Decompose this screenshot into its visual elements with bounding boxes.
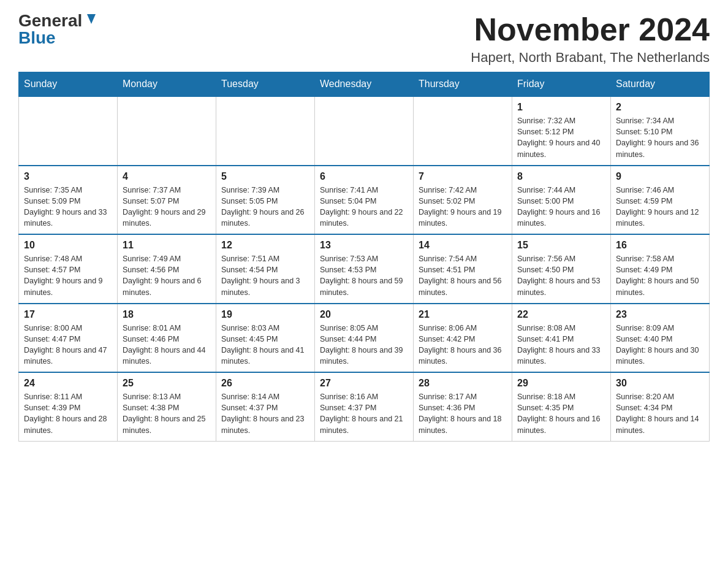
calendar-cell xyxy=(118,96,216,166)
day-number: 20 xyxy=(320,309,408,320)
calendar-cell: 3Sunrise: 7:35 AMSunset: 5:09 PMDaylight… xyxy=(19,166,118,235)
day-number: 5 xyxy=(221,171,309,182)
calendar-cell: 16Sunrise: 7:58 AMSunset: 4:49 PMDayligh… xyxy=(611,234,710,304)
calendar-cell: 19Sunrise: 8:03 AMSunset: 4:45 PMDayligh… xyxy=(216,304,315,373)
day-info: Sunrise: 8:03 AMSunset: 4:45 PMDaylight:… xyxy=(221,323,309,367)
day-info: Sunrise: 7:44 AMSunset: 5:00 PMDaylight:… xyxy=(517,185,605,229)
day-info: Sunrise: 8:06 AMSunset: 4:42 PMDaylight:… xyxy=(419,323,507,367)
calendar-cell: 1Sunrise: 7:32 AMSunset: 5:12 PMDaylight… xyxy=(512,96,611,166)
calendar-cell: 18Sunrise: 8:01 AMSunset: 4:46 PMDayligh… xyxy=(118,304,216,373)
day-info: Sunrise: 7:56 AMSunset: 4:50 PMDaylight:… xyxy=(517,253,605,298)
day-info: Sunrise: 8:08 AMSunset: 4:41 PMDaylight:… xyxy=(517,323,605,367)
day-number: 21 xyxy=(419,309,507,320)
day-number: 6 xyxy=(320,171,408,182)
calendar-week-row: 24Sunrise: 8:11 AMSunset: 4:39 PMDayligh… xyxy=(19,372,710,441)
calendar-cell: 14Sunrise: 7:54 AMSunset: 4:51 PMDayligh… xyxy=(414,234,512,304)
title-area: November 2024 Hapert, North Brabant, The… xyxy=(471,12,710,66)
day-number: 11 xyxy=(123,240,211,251)
calendar-cell xyxy=(19,96,118,166)
month-title: November 2024 xyxy=(471,12,710,47)
day-number: 22 xyxy=(517,309,605,320)
day-info: Sunrise: 7:53 AMSunset: 4:53 PMDaylight:… xyxy=(320,253,408,298)
day-info: Sunrise: 8:20 AMSunset: 4:34 PMDaylight:… xyxy=(616,391,704,436)
calendar-header-tuesday: Tuesday xyxy=(216,72,315,97)
day-info: Sunrise: 7:41 AMSunset: 5:04 PMDaylight:… xyxy=(320,185,408,229)
day-info: Sunrise: 7:37 AMSunset: 5:07 PMDaylight:… xyxy=(123,185,211,229)
day-info: Sunrise: 8:09 AMSunset: 4:40 PMDaylight:… xyxy=(616,323,704,367)
calendar-cell: 12Sunrise: 7:51 AMSunset: 4:54 PMDayligh… xyxy=(216,234,315,304)
calendar-cell xyxy=(315,96,414,166)
calendar-cell: 7Sunrise: 7:42 AMSunset: 5:02 PMDaylight… xyxy=(414,166,512,235)
day-info: Sunrise: 7:58 AMSunset: 4:49 PMDaylight:… xyxy=(616,253,704,298)
calendar-header-sunday: Sunday xyxy=(19,72,118,97)
calendar-cell: 25Sunrise: 8:13 AMSunset: 4:38 PMDayligh… xyxy=(118,372,216,441)
day-number: 19 xyxy=(221,309,309,320)
day-info: Sunrise: 8:14 AMSunset: 4:37 PMDaylight:… xyxy=(221,391,309,436)
day-info: Sunrise: 7:48 AMSunset: 4:57 PMDaylight:… xyxy=(24,253,112,298)
calendar-week-row: 17Sunrise: 8:00 AMSunset: 4:47 PMDayligh… xyxy=(19,304,710,373)
day-info: Sunrise: 8:00 AMSunset: 4:47 PMDaylight:… xyxy=(24,323,112,367)
calendar-header-friday: Friday xyxy=(512,72,611,97)
day-number: 14 xyxy=(419,240,507,251)
calendar-week-row: 3Sunrise: 7:35 AMSunset: 5:09 PMDaylight… xyxy=(19,166,710,235)
calendar-header-wednesday: Wednesday xyxy=(315,72,414,97)
calendar-cell: 21Sunrise: 8:06 AMSunset: 4:42 PMDayligh… xyxy=(414,304,512,373)
day-number: 18 xyxy=(123,309,211,320)
calendar-cell: 6Sunrise: 7:41 AMSunset: 5:04 PMDaylight… xyxy=(315,166,414,235)
calendar-cell: 4Sunrise: 7:37 AMSunset: 5:07 PMDaylight… xyxy=(118,166,216,235)
day-number: 28 xyxy=(419,378,507,389)
day-info: Sunrise: 7:54 AMSunset: 4:51 PMDaylight:… xyxy=(419,253,507,298)
calendar-table: SundayMondayTuesdayWednesdayThursdayFrid… xyxy=(18,72,710,442)
calendar-cell: 9Sunrise: 7:46 AMSunset: 4:59 PMDaylight… xyxy=(611,166,710,235)
page-header: General Blue November 2024 Hapert, North… xyxy=(18,12,710,66)
day-number: 10 xyxy=(24,240,112,251)
calendar-header-row: SundayMondayTuesdayWednesdayThursdayFrid… xyxy=(19,72,710,97)
day-info: Sunrise: 7:35 AMSunset: 5:09 PMDaylight:… xyxy=(24,185,112,229)
location-title: Hapert, North Brabant, The Netherlands xyxy=(471,50,710,66)
calendar-header-thursday: Thursday xyxy=(414,72,512,97)
day-info: Sunrise: 8:18 AMSunset: 4:35 PMDaylight:… xyxy=(517,391,605,436)
day-info: Sunrise: 7:34 AMSunset: 5:10 PMDaylight:… xyxy=(616,115,704,160)
calendar-cell: 29Sunrise: 8:18 AMSunset: 4:35 PMDayligh… xyxy=(512,372,611,441)
day-number: 15 xyxy=(517,240,605,251)
calendar-cell: 17Sunrise: 8:00 AMSunset: 4:47 PMDayligh… xyxy=(19,304,118,373)
calendar-cell: 26Sunrise: 8:14 AMSunset: 4:37 PMDayligh… xyxy=(216,372,315,441)
calendar-cell: 22Sunrise: 8:08 AMSunset: 4:41 PMDayligh… xyxy=(512,304,611,373)
svg-marker-0 xyxy=(87,14,96,24)
day-number: 29 xyxy=(517,378,605,389)
logo-arrow-icon xyxy=(85,12,98,25)
day-info: Sunrise: 7:39 AMSunset: 5:05 PMDaylight:… xyxy=(221,185,309,229)
logo-general-text: General xyxy=(18,12,82,29)
day-number: 13 xyxy=(320,240,408,251)
day-info: Sunrise: 7:49 AMSunset: 4:56 PMDaylight:… xyxy=(123,253,211,298)
calendar-cell: 27Sunrise: 8:16 AMSunset: 4:37 PMDayligh… xyxy=(315,372,414,441)
day-number: 2 xyxy=(616,102,704,113)
day-number: 3 xyxy=(24,171,112,182)
calendar-cell: 20Sunrise: 8:05 AMSunset: 4:44 PMDayligh… xyxy=(315,304,414,373)
day-number: 25 xyxy=(123,378,211,389)
day-number: 24 xyxy=(24,378,112,389)
day-info: Sunrise: 8:05 AMSunset: 4:44 PMDaylight:… xyxy=(320,323,408,367)
calendar-week-row: 10Sunrise: 7:48 AMSunset: 4:57 PMDayligh… xyxy=(19,234,710,304)
calendar-cell: 24Sunrise: 8:11 AMSunset: 4:39 PMDayligh… xyxy=(19,372,118,441)
calendar-cell: 28Sunrise: 8:17 AMSunset: 4:36 PMDayligh… xyxy=(414,372,512,441)
day-number: 27 xyxy=(320,378,408,389)
calendar-cell: 2Sunrise: 7:34 AMSunset: 5:10 PMDaylight… xyxy=(611,96,710,166)
day-info: Sunrise: 8:01 AMSunset: 4:46 PMDaylight:… xyxy=(123,323,211,367)
day-info: Sunrise: 8:11 AMSunset: 4:39 PMDaylight:… xyxy=(24,391,112,436)
day-info: Sunrise: 8:16 AMSunset: 4:37 PMDaylight:… xyxy=(320,391,408,436)
day-info: Sunrise: 7:42 AMSunset: 5:02 PMDaylight:… xyxy=(419,185,507,229)
calendar-header-saturday: Saturday xyxy=(611,72,710,97)
day-number: 16 xyxy=(616,240,704,251)
calendar-cell xyxy=(414,96,512,166)
day-number: 12 xyxy=(221,240,309,251)
logo-blue-text: Blue xyxy=(18,29,56,47)
day-info: Sunrise: 8:13 AMSunset: 4:38 PMDaylight:… xyxy=(123,391,211,436)
day-number: 4 xyxy=(123,171,211,182)
calendar-cell xyxy=(216,96,315,166)
day-number: 8 xyxy=(517,171,605,182)
calendar-cell: 15Sunrise: 7:56 AMSunset: 4:50 PMDayligh… xyxy=(512,234,611,304)
day-info: Sunrise: 7:32 AMSunset: 5:12 PMDaylight:… xyxy=(517,115,605,160)
day-info: Sunrise: 7:51 AMSunset: 4:54 PMDaylight:… xyxy=(221,253,309,298)
calendar-cell: 11Sunrise: 7:49 AMSunset: 4:56 PMDayligh… xyxy=(118,234,216,304)
